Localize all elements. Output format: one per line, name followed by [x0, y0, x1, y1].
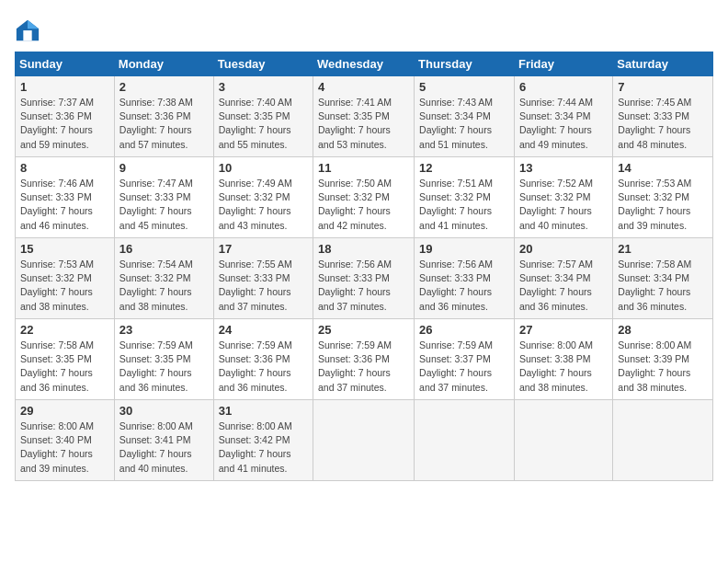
- day-number: 14: [618, 161, 708, 175]
- day-cell: 23Sunrise: 7:59 AMSunset: 3:35 PMDayligh…: [114, 319, 213, 400]
- day-cell: 11Sunrise: 7:50 AMSunset: 3:32 PMDayligh…: [313, 157, 415, 238]
- day-number: 9: [119, 161, 209, 175]
- page-container: SundayMondayTuesdayWednesdayThursdayFrid…: [0, 0, 728, 488]
- day-number: 15: [20, 242, 109, 256]
- day-detail: Sunrise: 7:56 AMSunset: 3:33 PMDaylight:…: [419, 259, 493, 312]
- day-number: 13: [519, 161, 608, 175]
- week-row-5: 29Sunrise: 8:00 AMSunset: 3:40 PMDayligh…: [16, 400, 713, 481]
- day-cell: 30Sunrise: 8:00 AMSunset: 3:41 PMDayligh…: [114, 400, 213, 481]
- day-cell: 21Sunrise: 7:58 AMSunset: 3:34 PMDayligh…: [613, 238, 713, 319]
- day-detail: Sunrise: 7:53 AMSunset: 3:32 PMDaylight:…: [618, 178, 691, 231]
- day-number: 6: [519, 80, 608, 94]
- day-number: 4: [318, 80, 409, 94]
- day-detail: Sunrise: 8:00 AMSunset: 3:40 PMDaylight:…: [20, 420, 94, 474]
- day-cell: [415, 400, 515, 481]
- day-detail: Sunrise: 7:38 AMSunset: 3:36 PMDaylight:…: [119, 97, 193, 150]
- day-number: 17: [219, 242, 308, 256]
- day-detail: Sunrise: 7:54 AMSunset: 3:32 PMDaylight:…: [119, 259, 193, 312]
- day-cell: 3Sunrise: 7:40 AMSunset: 3:35 PMDaylight…: [213, 76, 313, 157]
- day-number: 11: [318, 161, 409, 175]
- calendar-table: SundayMondayTuesdayWednesdayThursdayFrid…: [15, 52, 713, 481]
- day-detail: Sunrise: 7:59 AMSunset: 3:35 PMDaylight:…: [119, 339, 193, 393]
- day-detail: Sunrise: 7:52 AMSunset: 3:32 PMDaylight:…: [519, 178, 593, 231]
- day-number: 21: [618, 242, 708, 256]
- day-detail: Sunrise: 7:37 AMSunset: 3:36 PMDaylight:…: [20, 97, 94, 150]
- day-number: 23: [119, 323, 209, 337]
- day-detail: Sunrise: 7:53 AMSunset: 3:32 PMDaylight:…: [20, 259, 94, 312]
- day-number: 7: [618, 80, 708, 94]
- day-cell: 14Sunrise: 7:53 AMSunset: 3:32 PMDayligh…: [613, 157, 713, 238]
- day-number: 31: [219, 404, 308, 418]
- day-cell: 16Sunrise: 7:54 AMSunset: 3:32 PMDayligh…: [114, 238, 213, 319]
- day-detail: Sunrise: 8:00 AMSunset: 3:39 PMDaylight:…: [618, 339, 691, 393]
- day-cell: 9Sunrise: 7:47 AMSunset: 3:33 PMDaylight…: [114, 157, 213, 238]
- day-detail: Sunrise: 8:00 AMSunset: 3:42 PMDaylight:…: [219, 420, 292, 474]
- day-number: 10: [219, 161, 308, 175]
- day-cell: 20Sunrise: 7:57 AMSunset: 3:34 PMDayligh…: [514, 238, 612, 319]
- logo-icon: [15, 18, 40, 44]
- week-row-3: 15Sunrise: 7:53 AMSunset: 3:32 PMDayligh…: [16, 238, 713, 319]
- day-cell: 24Sunrise: 7:59 AMSunset: 3:36 PMDayligh…: [213, 319, 313, 400]
- day-header-wednesday: Wednesday: [313, 52, 415, 76]
- day-cell: 12Sunrise: 7:51 AMSunset: 3:32 PMDayligh…: [415, 157, 515, 238]
- day-number: 1: [20, 80, 109, 94]
- day-detail: Sunrise: 7:58 AMSunset: 3:35 PMDaylight:…: [20, 339, 94, 393]
- header-row: SundayMondayTuesdayWednesdayThursdayFrid…: [16, 52, 713, 76]
- day-cell: 15Sunrise: 7:53 AMSunset: 3:32 PMDayligh…: [16, 238, 115, 319]
- day-detail: Sunrise: 7:41 AMSunset: 3:35 PMDaylight:…: [318, 97, 392, 150]
- day-cell: 13Sunrise: 7:52 AMSunset: 3:32 PMDayligh…: [514, 157, 612, 238]
- day-cell: 8Sunrise: 7:46 AMSunset: 3:33 PMDaylight…: [16, 157, 115, 238]
- day-header-monday: Monday: [114, 52, 213, 76]
- day-detail: Sunrise: 7:49 AMSunset: 3:32 PMDaylight:…: [219, 178, 292, 231]
- day-cell: 26Sunrise: 7:59 AMSunset: 3:37 PMDayligh…: [415, 319, 515, 400]
- day-detail: Sunrise: 7:46 AMSunset: 3:33 PMDaylight:…: [20, 178, 94, 231]
- day-detail: Sunrise: 8:00 AMSunset: 3:41 PMDaylight:…: [119, 420, 193, 474]
- day-number: 8: [20, 161, 109, 175]
- day-number: 12: [419, 161, 509, 175]
- day-number: 24: [219, 323, 308, 337]
- day-detail: Sunrise: 7:59 AMSunset: 3:36 PMDaylight:…: [318, 339, 392, 393]
- week-row-1: 1Sunrise: 7:37 AMSunset: 3:36 PMDaylight…: [16, 76, 713, 157]
- day-cell: 10Sunrise: 7:49 AMSunset: 3:32 PMDayligh…: [213, 157, 313, 238]
- day-cell: [514, 400, 612, 481]
- day-detail: Sunrise: 8:00 AMSunset: 3:38 PMDaylight:…: [519, 339, 593, 393]
- calendar-header: SundayMondayTuesdayWednesdayThursdayFrid…: [16, 52, 713, 76]
- day-number: 3: [219, 80, 308, 94]
- day-detail: Sunrise: 7:43 AMSunset: 3:34 PMDaylight:…: [419, 97, 493, 150]
- day-detail: Sunrise: 7:45 AMSunset: 3:33 PMDaylight:…: [618, 97, 691, 150]
- calendar-body: 1Sunrise: 7:37 AMSunset: 3:36 PMDaylight…: [16, 76, 713, 481]
- day-header-saturday: Saturday: [613, 52, 713, 76]
- day-number: 16: [119, 242, 209, 256]
- day-cell: 2Sunrise: 7:38 AMSunset: 3:36 PMDaylight…: [114, 76, 213, 157]
- day-cell: 4Sunrise: 7:41 AMSunset: 3:35 PMDaylight…: [313, 76, 415, 157]
- day-cell: 7Sunrise: 7:45 AMSunset: 3:33 PMDaylight…: [613, 76, 713, 157]
- day-cell: 25Sunrise: 7:59 AMSunset: 3:36 PMDayligh…: [313, 319, 415, 400]
- day-cell: 18Sunrise: 7:56 AMSunset: 3:33 PMDayligh…: [313, 238, 415, 319]
- day-cell: 28Sunrise: 8:00 AMSunset: 3:39 PMDayligh…: [613, 319, 713, 400]
- day-cell: 1Sunrise: 7:37 AMSunset: 3:36 PMDaylight…: [16, 76, 115, 157]
- day-number: 30: [119, 404, 209, 418]
- day-number: 5: [419, 80, 509, 94]
- day-detail: Sunrise: 7:40 AMSunset: 3:35 PMDaylight:…: [219, 97, 292, 150]
- day-number: 25: [318, 323, 409, 337]
- day-number: 2: [119, 80, 209, 94]
- day-detail: Sunrise: 7:51 AMSunset: 3:32 PMDaylight:…: [419, 178, 493, 231]
- day-detail: Sunrise: 7:55 AMSunset: 3:33 PMDaylight:…: [219, 259, 292, 312]
- day-cell: 29Sunrise: 8:00 AMSunset: 3:40 PMDayligh…: [16, 400, 115, 481]
- day-detail: Sunrise: 7:59 AMSunset: 3:37 PMDaylight:…: [419, 339, 493, 393]
- day-header-sunday: Sunday: [16, 52, 115, 76]
- day-cell: 6Sunrise: 7:44 AMSunset: 3:34 PMDaylight…: [514, 76, 612, 157]
- day-number: 26: [419, 323, 509, 337]
- day-detail: Sunrise: 7:57 AMSunset: 3:34 PMDaylight:…: [519, 259, 593, 312]
- week-row-2: 8Sunrise: 7:46 AMSunset: 3:33 PMDaylight…: [16, 157, 713, 238]
- svg-rect-2: [23, 30, 31, 40]
- day-cell: 31Sunrise: 8:00 AMSunset: 3:42 PMDayligh…: [213, 400, 313, 481]
- day-cell: 19Sunrise: 7:56 AMSunset: 3:33 PMDayligh…: [415, 238, 515, 319]
- day-cell: [313, 400, 415, 481]
- day-cell: 17Sunrise: 7:55 AMSunset: 3:33 PMDayligh…: [213, 238, 313, 319]
- day-number: 18: [318, 242, 409, 256]
- day-number: 19: [419, 242, 509, 256]
- day-detail: Sunrise: 7:56 AMSunset: 3:33 PMDaylight:…: [318, 259, 392, 312]
- day-number: 20: [519, 242, 608, 256]
- header: [15, 15, 713, 44]
